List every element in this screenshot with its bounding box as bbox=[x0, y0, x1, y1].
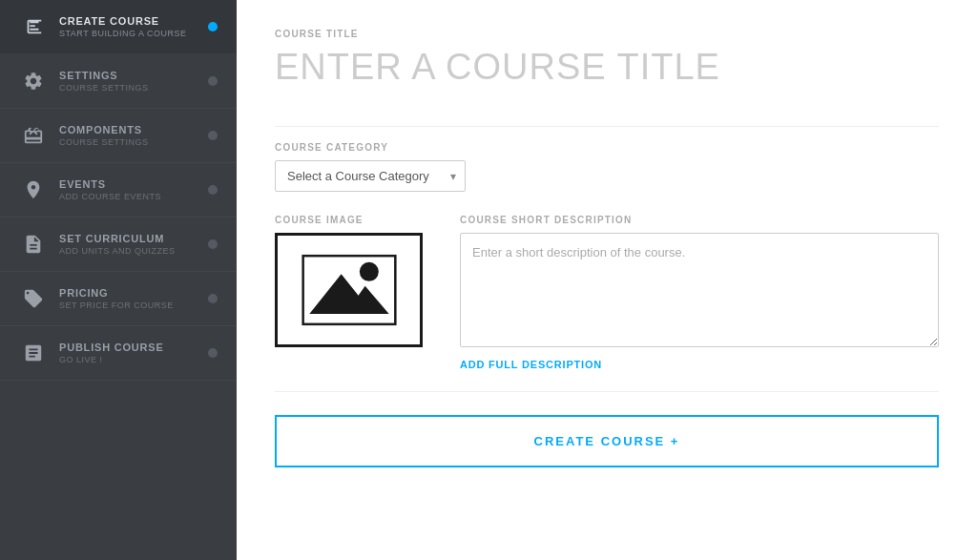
sidebar-item-components[interactable]: COMPONENTS COURSE SETTINGS bbox=[0, 109, 237, 163]
sidebar-item-set-curriculum-subtitle: ADD UNITS AND QUIZZES bbox=[59, 246, 200, 256]
sidebar-item-components-dot bbox=[208, 131, 218, 140]
pricing-icon bbox=[19, 288, 48, 309]
sidebar-item-set-curriculum-text: SET CURRICULUM ADD UNITS AND QUIZZES bbox=[59, 233, 200, 256]
course-title-label: COURSE TITLE bbox=[275, 29, 939, 39]
sidebar-item-pricing-title: PRICING bbox=[59, 287, 200, 299]
main-content: COURSE TITLE COURSE CATEGORY Select a Co… bbox=[237, 0, 977, 560]
sidebar-item-pricing[interactable]: PRICING SET PRICE FOR COURSE bbox=[0, 272, 237, 326]
sidebar-item-set-curriculum-title: SET CURRICULUM bbox=[59, 233, 200, 244]
category-select-wrapper: Select a Course Category Technology Busi… bbox=[275, 160, 466, 192]
gear-icon bbox=[19, 71, 48, 92]
course-image-section: COURSE IMAGE bbox=[275, 215, 437, 372]
sidebar-item-publish-course-text: PUBLISH COURSE GO LIVE ! bbox=[59, 342, 200, 364]
image-placeholder-icon bbox=[301, 252, 397, 328]
sidebar-item-pricing-dot bbox=[208, 294, 218, 303]
sidebar-item-settings[interactable]: SETTINGS COURSE SETTINGS bbox=[0, 54, 237, 109]
sidebar-item-publish-course-subtitle: GO LIVE ! bbox=[59, 355, 200, 364]
sidebar-item-pricing-subtitle: SET PRICE FOR COURSE bbox=[59, 301, 200, 310]
sidebar-item-settings-dot bbox=[208, 76, 218, 86]
sidebar-item-settings-subtitle: COURSE SETTINGS bbox=[59, 83, 200, 93]
sidebar-item-components-title: COMPONENTS bbox=[59, 124, 200, 135]
course-image-label: COURSE IMAGE bbox=[275, 215, 437, 225]
sidebar-item-events-text: EVENTS ADD COURSE EVENTS bbox=[59, 178, 200, 201]
course-short-desc-label: COURSE SHORT DESCRIPTION bbox=[460, 215, 939, 225]
sidebar-item-create-course-subtitle: START BUILDING A COURSE bbox=[59, 29, 200, 38]
sidebar-item-components-text: COMPONENTS COURSE SETTINGS bbox=[59, 124, 200, 147]
course-category-section: COURSE CATEGORY Select a Course Category… bbox=[275, 142, 939, 192]
sidebar-item-components-subtitle: COURSE SETTINGS bbox=[59, 137, 200, 147]
sidebar-item-publish-course-dot bbox=[208, 348, 218, 358]
add-full-desc-link[interactable]: ADD FULL DESCRIPTION bbox=[460, 359, 602, 370]
location-icon bbox=[19, 179, 48, 200]
sidebar-item-create-course[interactable]: CREATE COURSE START BUILDING A COURSE bbox=[0, 0, 237, 54]
course-category-label: COURSE CATEGORY bbox=[275, 142, 939, 153]
sidebar-item-events-title: EVENTS bbox=[59, 178, 200, 190]
sidebar-item-create-course-dot bbox=[208, 22, 218, 31]
course-image-placeholder[interactable] bbox=[275, 233, 423, 347]
book-icon bbox=[19, 16, 48, 37]
sidebar-item-set-curriculum-dot bbox=[208, 239, 218, 249]
create-course-btn-wrapper: CREATE COURSE + bbox=[275, 415, 939, 467]
sidebar-item-publish-course[interactable]: PUBLISH COURSE GO LIVE ! bbox=[0, 326, 237, 381]
svg-point-1 bbox=[359, 262, 378, 281]
sidebar-item-pricing-text: PRICING SET PRICE FOR COURSE bbox=[59, 287, 200, 310]
sidebar-item-publish-course-title: PUBLISH COURSE bbox=[59, 342, 200, 353]
sidebar-item-set-curriculum[interactable]: SET CURRICULUM ADD UNITS AND QUIZZES bbox=[0, 218, 237, 272]
sidebar-item-create-course-text: CREATE COURSE START BUILDING A COURSE bbox=[59, 15, 200, 38]
course-short-desc-textarea[interactable] bbox=[460, 233, 939, 347]
sidebar-item-events-dot bbox=[208, 185, 218, 195]
sidebar-item-settings-title: SETTINGS bbox=[59, 70, 200, 81]
sidebar-item-settings-text: SETTINGS COURSE SETTINGS bbox=[59, 70, 200, 93]
publish-icon bbox=[19, 342, 48, 363]
curriculum-icon bbox=[19, 234, 48, 255]
section-divider-2 bbox=[275, 391, 939, 392]
course-desc-section: COURSE SHORT DESCRIPTION ADD FULL DESCRI… bbox=[460, 215, 939, 372]
course-category-select[interactable]: Select a Course Category Technology Busi… bbox=[275, 160, 466, 192]
create-course-button[interactable]: CREATE COURSE + bbox=[275, 415, 939, 467]
sidebar-item-events-subtitle: ADD COURSE EVENTS bbox=[59, 192, 200, 201]
components-icon bbox=[19, 125, 48, 146]
sidebar-item-events[interactable]: EVENTS ADD COURSE EVENTS bbox=[0, 163, 237, 218]
course-title-input[interactable] bbox=[275, 47, 939, 88]
sidebar: CREATE COURSE START BUILDING A COURSE SE… bbox=[0, 0, 237, 560]
sidebar-item-create-course-title: CREATE COURSE bbox=[59, 15, 200, 27]
image-desc-row: COURSE IMAGE COURSE SHORT DESCRIPTION AD… bbox=[275, 215, 939, 372]
section-divider-1 bbox=[275, 126, 939, 127]
